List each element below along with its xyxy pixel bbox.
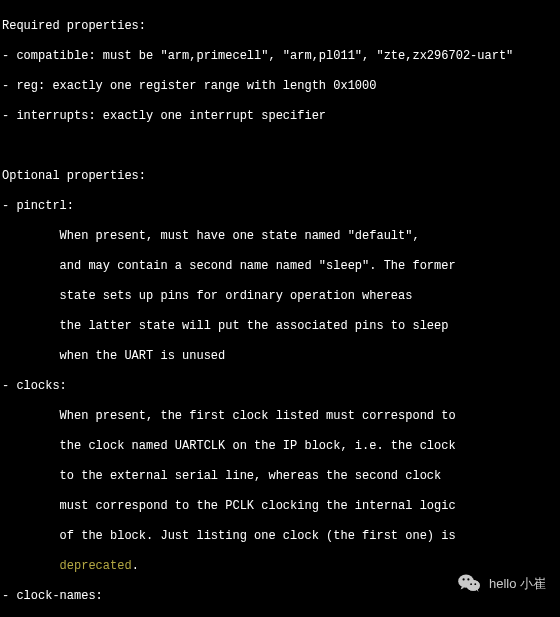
svg-point-7	[474, 583, 476, 585]
clocks-label: - clocks:	[2, 379, 560, 394]
watermark-text: hello 小崔	[489, 576, 546, 591]
svg-point-3	[467, 580, 480, 591]
required-header: Required properties:	[2, 19, 560, 34]
blank-line	[2, 139, 560, 154]
svg-point-4	[462, 578, 464, 580]
pinctrl-desc-1: When present, must have one state named …	[2, 229, 560, 244]
clocks-desc-3: to the external serial line, whereas the…	[2, 469, 560, 484]
pinctrl-desc-2: and may contain a second name named "sle…	[2, 259, 560, 274]
pinctrl-desc-3: state sets up pins for ordinary operatio…	[2, 289, 560, 304]
clocks-desc-1: When present, the first clock listed mus…	[2, 409, 560, 424]
optional-header: Optional properties:	[2, 169, 560, 184]
pinctrl-desc-4: the latter state will put the associated…	[2, 319, 560, 334]
svg-point-6	[470, 583, 472, 585]
clocks-desc-4: must correspond to the PCLK clocking the…	[2, 499, 560, 514]
clocks-desc-5: of the block. Just listing one clock (th…	[2, 529, 560, 544]
required-reg: - reg: exactly one register range with l…	[2, 79, 560, 94]
clocks-desc-6-period: .	[132, 559, 139, 573]
watermark: hello 小崔	[457, 571, 546, 595]
terminal-output: Required properties: - compatible: must …	[0, 0, 560, 617]
pinctrl-desc-5: when the UART is unused	[2, 349, 560, 364]
required-interrupts: - interrupts: exactly one interrupt spec…	[2, 109, 560, 124]
pinctrl-label: - pinctrl:	[2, 199, 560, 214]
deprecated-word: deprecated	[60, 559, 132, 573]
wechat-icon	[457, 571, 481, 595]
clocks-desc-6-indent	[2, 559, 60, 573]
svg-point-5	[467, 578, 469, 580]
clocks-desc-2: the clock named UARTCLK on the IP block,…	[2, 439, 560, 454]
required-compatible: - compatible: must be "arm,primecell", "…	[2, 49, 560, 64]
